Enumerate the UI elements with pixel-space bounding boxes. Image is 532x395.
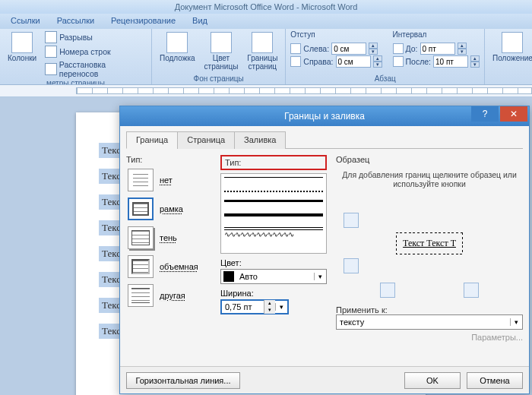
type-box[interactable]: рамка: [126, 196, 211, 222]
line-numbers-icon: [45, 46, 57, 58]
indent-right-input[interactable]: [336, 55, 371, 68]
type-volume[interactable]: объемная: [126, 254, 211, 280]
color-dropdown-arrow[interactable]: ▾: [314, 273, 326, 280]
apply-to-label: Применить к:: [336, 305, 388, 314]
indent-left-icon: [290, 43, 301, 54]
width-down[interactable]: ▾: [264, 307, 275, 314]
spacing-before-down[interactable]: ▾: [458, 49, 467, 55]
page-color-button[interactable]: Цвет страницы: [201, 30, 242, 72]
spacing-title: Интервал: [393, 30, 480, 39]
hyphenation-button[interactable]: Расстановка переносов: [43, 59, 147, 79]
tab-review[interactable]: Рецензирование: [103, 14, 183, 29]
line-style-option[interactable]: [224, 200, 323, 209]
group-page-background: Подложка Цвет страницы Границы страниц Ф…: [152, 29, 286, 84]
spacing-after-down[interactable]: ▾: [470, 62, 480, 68]
breaks-button[interactable]: Разрывы: [43, 30, 147, 44]
dialog-help-button[interactable]: ?: [471, 106, 499, 122]
spacing-before-field: До: ▴▾: [393, 43, 480, 55]
spacing-before-label: До:: [406, 44, 418, 53]
columns-button[interactable]: Колонки: [5, 30, 40, 65]
line-style-option[interactable]: [224, 177, 323, 186]
edge-bottom-button[interactable]: [344, 258, 359, 273]
type-shadow[interactable]: тень: [126, 225, 211, 251]
indent-right-label: Справа:: [303, 57, 333, 66]
ok-button[interactable]: OK: [404, 372, 461, 389]
edge-top-button[interactable]: [344, 213, 359, 228]
type-shadow-icon: [128, 226, 154, 249]
tab-fill[interactable]: Заливка: [234, 131, 286, 149]
type-none[interactable]: нет: [126, 167, 211, 193]
style-section-label: Тип:: [225, 158, 241, 167]
spacing-before-input[interactable]: [420, 43, 455, 55]
width-label: Ширина:: [220, 289, 327, 298]
width-dropdown-arrow[interactable]: ▾: [275, 303, 287, 311]
preview-description: Для добавления границ щелкните образец и…: [336, 167, 523, 198]
position-button[interactable]: Положение: [489, 30, 532, 65]
indent-left-down[interactable]: ▾: [369, 49, 378, 55]
line-numbers-label: Номера строк: [59, 47, 110, 56]
indent-left-input[interactable]: [331, 43, 366, 55]
width-combo[interactable]: 0,75 пт ▴▾ ▾: [220, 299, 289, 314]
page-color-label: Цвет страницы: [204, 55, 239, 71]
spacing-after-up[interactable]: ▴: [470, 55, 480, 62]
line-numbers-button[interactable]: Номера строк: [43, 45, 147, 58]
spacing-before-up[interactable]: ▴: [458, 43, 467, 49]
page-borders-icon: [252, 32, 273, 53]
spacing-after-label: После:: [406, 57, 432, 66]
indent-left-up[interactable]: ▴: [369, 43, 378, 49]
preview-sample[interactable]: Текст Текст Т: [396, 232, 463, 254]
edge-left-button[interactable]: [380, 283, 395, 298]
type-other[interactable]: другая: [126, 283, 211, 308]
indent-right-down[interactable]: ▾: [373, 62, 382, 68]
group-page-setup-label: метры страницы: [46, 79, 105, 85]
breaks-icon: [45, 31, 57, 43]
hyphenation-label: Расстановка переносов: [59, 60, 144, 78]
page-borders-button[interactable]: Границы страниц: [244, 30, 280, 72]
line-style-option[interactable]: [224, 213, 323, 223]
apply-to-combo[interactable]: тексту ▾: [336, 314, 523, 330]
watermark-icon: [166, 32, 188, 53]
type-none-icon: [128, 169, 154, 191]
group-page-background-label: Фон страницы: [194, 74, 244, 84]
apply-to-arrow[interactable]: ▾: [510, 318, 522, 326]
tab-mailings[interactable]: Рассылки: [49, 14, 102, 29]
parameters-button: Параметры...: [336, 333, 523, 342]
type-shadow-label: тень: [160, 233, 177, 242]
tab-view[interactable]: Вид: [185, 14, 215, 29]
group-arrange: Положение: [485, 29, 532, 84]
dialog-close-button[interactable]: ✕: [500, 106, 527, 122]
watermark-label: Подложка: [160, 55, 195, 63]
spacing-after-input[interactable]: [433, 55, 468, 68]
position-icon: [502, 32, 523, 53]
tab-border[interactable]: Граница: [126, 131, 178, 149]
line-style-list[interactable]: [220, 173, 327, 254]
spacing-after-field: После: ▴▾: [393, 55, 480, 68]
indent-right-up[interactable]: ▴: [373, 55, 382, 62]
spacing-after-icon: [393, 56, 404, 67]
group-paragraph: Отступ Слева: ▴▾ Справа: ▴▾ Интервал: [286, 29, 485, 84]
width-up[interactable]: ▴: [264, 300, 275, 307]
horizontal-line-button[interactable]: Горизонтальная линия...: [126, 372, 240, 389]
watermark-button[interactable]: Подложка: [157, 30, 198, 65]
apply-to-value: тексту: [337, 318, 510, 327]
ribbon: Колонки Разрывы Номера строк Расстановка…: [0, 29, 532, 85]
indent-right-icon: [290, 56, 301, 67]
dialog-titlebar[interactable]: Границы и заливка ? ✕: [120, 106, 529, 126]
style-label-highlight: Тип:: [220, 155, 327, 170]
type-volume-label: объемная: [160, 262, 198, 271]
edge-right-button[interactable]: [464, 283, 479, 298]
tab-page[interactable]: Страница: [177, 131, 235, 149]
tab-references[interactable]: Ссылки: [3, 14, 48, 29]
borders-shading-dialog: Границы и заливка ? ✕ Граница Страница З…: [119, 106, 530, 394]
type-box-label: рамка: [160, 204, 183, 213]
type-other-label: другая: [160, 291, 185, 300]
line-style-option[interactable]: [224, 191, 323, 192]
line-style-option[interactable]: [224, 235, 323, 239]
indent-right-field: Справа: ▴▾: [290, 55, 382, 68]
cancel-button[interactable]: Отмена: [467, 372, 523, 389]
type-section-label: Тип:: [126, 155, 211, 164]
ruler[interactable]: [0, 85, 532, 97]
spacing-before-icon: [393, 43, 404, 54]
color-combo[interactable]: Авто ▾: [220, 269, 327, 284]
type-none-label: нет: [160, 175, 173, 185]
